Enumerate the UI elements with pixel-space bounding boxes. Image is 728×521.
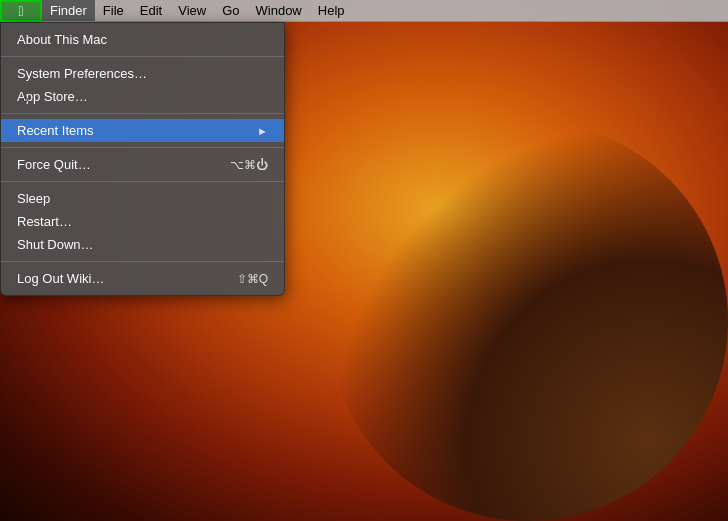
menubar-view[interactable]: View: [170, 0, 214, 21]
menubar-window[interactable]: Window: [248, 0, 310, 21]
apple-menu-button[interactable]: : [0, 0, 42, 22]
menu-separator-2: [1, 113, 284, 114]
menu-separator-3: [1, 147, 284, 148]
menu-item-sleep[interactable]: Sleep: [1, 187, 284, 210]
menu-separator-4: [1, 181, 284, 182]
menu-item-recent-items[interactable]: Recent Items ►: [1, 119, 284, 142]
menu-item-restart[interactable]: Restart…: [1, 210, 284, 233]
menu-item-app-store[interactable]: App Store…: [1, 85, 284, 108]
menu-item-log-out[interactable]: Log Out Wiki… ⇧⌘Q: [1, 267, 284, 290]
menubar-go[interactable]: Go: [214, 0, 247, 21]
menu-separator-1: [1, 56, 284, 57]
menubar-items: Finder File Edit View Go Window Help: [42, 0, 353, 21]
apple-dropdown-menu: About This Mac System Preferences… App S…: [0, 22, 285, 296]
menubar-edit[interactable]: Edit: [132, 0, 170, 21]
menu-item-about[interactable]: About This Mac: [1, 28, 284, 51]
menu-item-system-prefs[interactable]: System Preferences…: [1, 62, 284, 85]
menubar-help[interactable]: Help: [310, 0, 353, 21]
menu-item-force-quit[interactable]: Force Quit… ⌥⌘⏻: [1, 153, 284, 176]
menubar-file[interactable]: File: [95, 0, 132, 21]
menu-item-shut-down[interactable]: Shut Down…: [1, 233, 284, 256]
submenu-arrow-icon: ►: [257, 125, 268, 137]
apple-logo-icon: : [18, 4, 23, 18]
menu-separator-5: [1, 261, 284, 262]
menubar:  Finder File Edit View Go Window Help: [0, 0, 728, 22]
menubar-finder[interactable]: Finder: [42, 0, 95, 21]
